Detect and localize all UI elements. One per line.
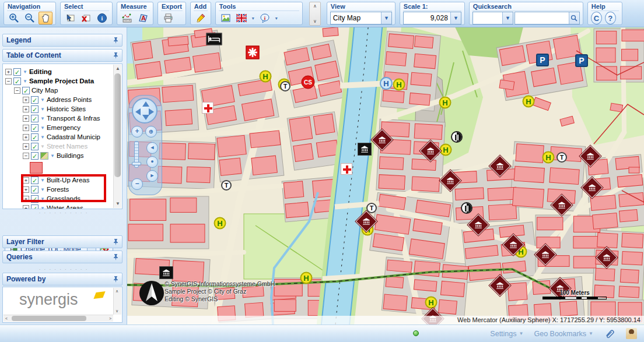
marker-bus-stop[interactable]: H <box>260 70 272 83</box>
geo-bookmarks-menu[interactable]: Geo Bookmarks ▼ <box>534 330 593 338</box>
toc-item-street-names[interactable]: +✓▼Street Names <box>4 142 113 151</box>
layer-label[interactable]: Sample Project Data <box>29 77 94 84</box>
layer-label[interactable]: Address Points <box>47 96 92 103</box>
layer-menu-caret[interactable]: ▼ <box>50 153 55 158</box>
layer-label[interactable]: Built-Up Areas <box>47 177 90 184</box>
toolbar-scroll-up-icon[interactable]: ∧ <box>313 3 317 9</box>
measure-distance-button[interactable] <box>120 12 134 24</box>
print-button[interactable] <box>161 12 175 24</box>
marker-restaurant[interactable] <box>461 202 473 214</box>
marker-hotel[interactable] <box>206 33 222 45</box>
legend-panel-header[interactable]: Legend <box>2 34 123 47</box>
identify-button[interactable]: i <box>95 12 109 24</box>
layer-menu-caret[interactable]: ▼ <box>40 97 45 103</box>
layer-checkbox[interactable]: ✓ <box>31 186 38 193</box>
marker-bus-stop[interactable]: H <box>523 96 535 108</box>
quicksearch-input[interactable] <box>515 13 569 23</box>
quicksearch-select[interactable]: ▼ <box>473 12 513 24</box>
layer-checkbox[interactable]: ✓ <box>13 77 21 85</box>
toc-scroll-thumb[interactable] <box>114 73 121 177</box>
toc-item-built-up-areas[interactable]: +✓▼Built-Up Areas <box>4 175 113 185</box>
layer-label[interactable]: Water Areas <box>47 205 83 209</box>
layer-menu-caret[interactable]: ▼ <box>40 144 45 149</box>
pan-rosette[interactable] <box>132 98 158 124</box>
logo-hscrollbar[interactable]: < > <box>4 315 113 322</box>
layer-checkbox[interactable]: ✓ <box>22 87 30 94</box>
zoom-in-map-button[interactable]: + <box>131 126 143 137</box>
toc-item-forests[interactable]: +✓▼Forests <box>4 185 113 194</box>
marker-bus-stop[interactable]: H <box>300 272 313 284</box>
expand-icon[interactable]: + <box>5 69 12 75</box>
feedback-dropdown-caret[interactable]: ▾ <box>274 16 279 21</box>
logo-vscrollbar[interactable]: ∧ ∨ <box>113 288 121 315</box>
scroll-down-icon[interactable]: ▼ <box>114 200 122 208</box>
layer-checkbox[interactable]: ✓ <box>31 152 38 160</box>
layer-menu-caret[interactable]: ▼ <box>40 135 45 140</box>
expand-icon[interactable]: + <box>23 186 29 193</box>
toc-item-city-map[interactable]: −✓City Map <box>4 86 113 95</box>
marker-museum-black[interactable] <box>358 143 372 156</box>
forward-extent-button[interactable]: ► <box>146 170 158 182</box>
layer-menu-caret[interactable]: ▼ <box>40 125 45 131</box>
toolbar-overflow-scroll[interactable]: ∧ ∨ <box>309 2 321 26</box>
toc-item-grasslands[interactable]: +✓▼Grasslands <box>4 194 113 203</box>
scale-input-combo[interactable]: 9,028 ▼ <box>403 12 461 24</box>
pan-south-icon[interactable] <box>142 115 149 120</box>
toc-item-water-areas[interactable]: +✓▼Water Areas <box>4 203 113 209</box>
queries-panel-header[interactable]: Queries <box>2 251 123 263</box>
marker-emergency[interactable] <box>246 46 260 59</box>
layer-checkbox[interactable]: ✓ <box>31 143 38 150</box>
scroll-left-icon[interactable]: < <box>5 316 8 320</box>
pin-icon[interactable] <box>113 37 118 44</box>
layer-checkbox[interactable]: ✓ <box>31 195 38 203</box>
layer-label[interactable]: Transport & Infras <box>47 115 100 122</box>
scroll-up-icon[interactable]: ∧ <box>116 289 118 294</box>
collapse-icon[interactable]: − <box>14 87 20 94</box>
quicksearch-dropdown-caret[interactable]: ▼ <box>502 12 513 24</box>
collapse-icon[interactable]: − <box>23 153 29 159</box>
layer-label[interactable]: Historic Sites <box>47 105 86 112</box>
panel-splitter[interactable]: · · · · · · · · · · <box>0 267 127 272</box>
layer-menu-caret[interactable]: ▼ <box>40 196 45 202</box>
help-button[interactable]: ? <box>605 12 616 24</box>
pan-north-icon[interactable] <box>142 101 149 107</box>
scroll-up-icon[interactable]: ▲ <box>114 65 122 73</box>
layer-checkbox[interactable]: ✓ <box>31 105 38 113</box>
layer-menu-caret[interactable]: ▼ <box>40 116 45 121</box>
marker-restaurant[interactable] <box>451 131 463 143</box>
toc-item-address-points[interactable]: +✓▼Address Points <box>4 95 113 104</box>
layer-filter-panel-header[interactable]: Layer Filter <box>2 235 123 248</box>
pan-east-icon[interactable] <box>149 108 154 115</box>
layer-checkbox[interactable]: ✓ <box>31 133 38 141</box>
add-redlining-button[interactable] <box>194 12 208 24</box>
layer-menu-caret[interactable]: ▼ <box>23 79 27 84</box>
marker-parking[interactable]: P <box>575 54 588 67</box>
layer-label[interactable]: Buildings <box>57 152 84 159</box>
layer-label[interactable]: Forests <box>47 186 69 193</box>
settings-menu[interactable]: Settings ▼ <box>490 330 523 338</box>
layer-checkbox[interactable]: ✓ <box>31 177 38 184</box>
toc-splitter[interactable]: · · · · · · · · · · <box>0 210 127 216</box>
toc-item-editing[interactable]: +✓▼Editing <box>4 67 113 76</box>
collapse-icon[interactable]: − <box>5 78 12 84</box>
expand-icon[interactable]: + <box>23 177 29 184</box>
marker-tram-stop[interactable]: T <box>556 152 567 163</box>
scroll-right-icon[interactable]: > <box>109 316 111 320</box>
layer-label[interactable]: Cadastral Municip <box>47 133 100 140</box>
pin-icon[interactable] <box>113 239 118 245</box>
scale-value[interactable]: 9,028 <box>404 14 450 22</box>
view-select[interactable]: City Map ▼ <box>330 12 392 24</box>
marker-bus-stop[interactable]: H <box>214 217 226 230</box>
layer-label[interactable]: Editing <box>29 68 52 75</box>
toc-item-cadastral-municip[interactable]: +✓▼Cadastral Municip <box>4 132 113 142</box>
layer-menu-caret[interactable]: ▼ <box>23 69 27 75</box>
scale-dropdown-caret[interactable]: ▼ <box>450 12 461 24</box>
marker-hospital[interactable]: H <box>380 77 393 90</box>
clear-selection-button[interactable] <box>79 12 93 24</box>
layer-checkbox[interactable]: ✓ <box>31 96 38 104</box>
marker-bus-stop[interactable]: H <box>393 79 405 91</box>
expand-icon[interactable]: + <box>23 106 29 112</box>
contact-button[interactable]: C <box>591 12 602 24</box>
layer-label[interactable]: Grasslands <box>47 195 80 202</box>
expand-icon[interactable]: + <box>23 97 29 103</box>
